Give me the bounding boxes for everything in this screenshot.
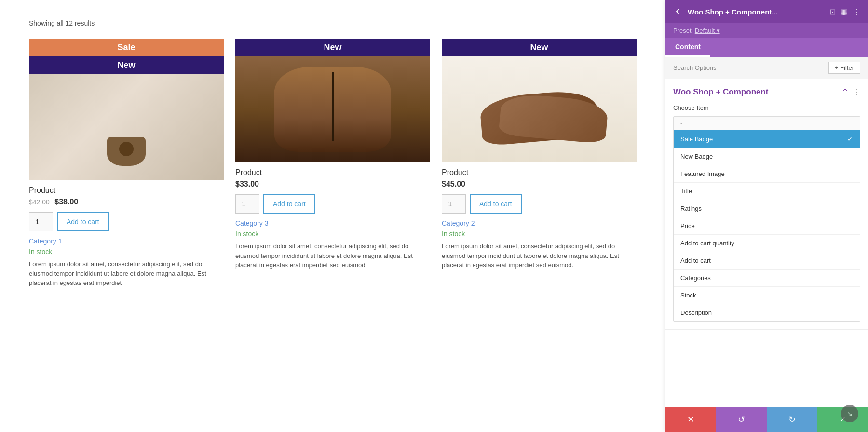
product-description-1: Lorem ipsum dolor sit amet, consectetur … bbox=[29, 259, 224, 288]
product-card-3: New Product $45.00 Add to cart Category … bbox=[442, 39, 637, 288]
badge-container-3: New bbox=[442, 39, 637, 56]
component-name: Woo Shop + Component bbox=[673, 87, 769, 97]
product-image-1 bbox=[29, 74, 224, 180]
main-content: Showing all 12 results Sale New Product … bbox=[0, 0, 665, 432]
dropdown-item-title[interactable]: Title bbox=[674, 183, 860, 200]
panel-header-icons: ⊡ ▦ ⋮ bbox=[829, 7, 860, 16]
add-to-cart-btn-1[interactable]: Add to cart bbox=[57, 212, 109, 231]
new-badge-3: New bbox=[442, 39, 637, 56]
dropdown-item-label-sale-badge: Sale Badge bbox=[680, 135, 713, 143]
qty-input-3[interactable] bbox=[442, 194, 466, 214]
add-to-cart-row-2: Add to cart bbox=[235, 194, 430, 214]
panel-tabs: Content bbox=[665, 38, 868, 57]
panel-header: Woo Shop + Component... ⊡ ▦ ⋮ bbox=[665, 0, 868, 23]
add-to-cart-row-3: Add to cart bbox=[442, 194, 637, 214]
dropdown-item-label-price: Price bbox=[680, 222, 695, 230]
price-current-3: $45.00 bbox=[442, 180, 465, 188]
dropdown-item-categories[interactable]: Categories bbox=[674, 270, 860, 287]
more-icon[interactable]: ⋮ bbox=[853, 7, 860, 16]
price-current-1: $38.00 bbox=[54, 198, 78, 206]
badge-container-2: New bbox=[235, 39, 430, 56]
right-panel: Woo Shop + Component... ⊡ ▦ ⋮ Preset: De… bbox=[665, 0, 868, 432]
sale-badge-1: Sale bbox=[29, 39, 224, 56]
dropdown-list: - Sale Badge ✓ New Badge Featured Image … bbox=[673, 116, 860, 322]
qty-input-2[interactable] bbox=[235, 194, 259, 214]
dropdown-item-label-description: Description bbox=[680, 309, 712, 316]
price-current-2: $33.00 bbox=[235, 180, 259, 188]
collapse-icon[interactable]: ⌃ bbox=[841, 87, 849, 97]
product-description-2: Lorem ipsum dolor sit amet, consectetur … bbox=[235, 242, 430, 270]
panel-scrollable: Woo Shop + Component ⌃ ⋮ Choose Item - S… bbox=[665, 79, 868, 432]
price-container-2: $33.00 bbox=[235, 180, 430, 189]
component-more-icon[interactable]: ⋮ bbox=[853, 88, 860, 97]
stock-status-1: In stock bbox=[29, 248, 224, 256]
component-header: Woo Shop + Component ⌃ ⋮ bbox=[673, 87, 860, 97]
dropdown-item-new-badge[interactable]: New Badge bbox=[674, 148, 860, 165]
back-icon[interactable] bbox=[673, 7, 683, 16]
category-link-3[interactable]: Category 2 bbox=[442, 219, 637, 227]
component-section: Woo Shop + Component ⌃ ⋮ Choose Item - S… bbox=[665, 79, 868, 330]
add-to-cart-btn-3[interactable]: Add to cart bbox=[470, 194, 522, 214]
check-icon-sale-badge: ✓ bbox=[847, 135, 853, 143]
product-card-1: Sale New Product $42.00 $38.00 Add to ca… bbox=[29, 39, 224, 288]
dropdown-item-featured-image[interactable]: Featured Image bbox=[674, 165, 860, 183]
product-image-3 bbox=[442, 56, 637, 162]
badge-container-1: Sale New bbox=[29, 39, 224, 74]
tab-content[interactable]: Content bbox=[665, 38, 710, 57]
add-to-cart-btn-2[interactable]: Add to cart bbox=[263, 194, 315, 214]
product-image-2 bbox=[235, 56, 430, 162]
redo-button[interactable]: ↻ bbox=[767, 407, 817, 432]
dropdown-item-label-featured-image: Featured Image bbox=[680, 170, 725, 177]
price-container-1: $42.00 $38.00 bbox=[29, 198, 224, 206]
price-original-1: $42.00 bbox=[29, 198, 50, 206]
scroll-handle[interactable]: ↘ bbox=[841, 405, 858, 422]
dropdown-separator[interactable]: - bbox=[674, 117, 860, 130]
dropdown-item-label-add-to-cart-quantity: Add to cart quantity bbox=[680, 240, 734, 247]
dropdown-item-add-to-cart-quantity[interactable]: Add to cart quantity bbox=[674, 235, 860, 252]
reset-button[interactable]: ↺ bbox=[716, 407, 767, 432]
add-to-cart-row-1: Add to cart bbox=[29, 212, 224, 231]
stock-status-2: In stock bbox=[235, 230, 430, 238]
dropdown-item-label-add-to-cart: Add to cart bbox=[680, 257, 711, 264]
product-title-3: Product bbox=[442, 168, 637, 177]
dropdown-item-label-stock: Stock bbox=[680, 292, 696, 299]
dropdown-item-label-new-badge: New Badge bbox=[680, 153, 713, 160]
preset-label: Preset: bbox=[673, 27, 695, 34]
qty-input-1[interactable] bbox=[29, 212, 53, 231]
dropdown-item-label-ratings: Ratings bbox=[680, 205, 702, 212]
expand-icon[interactable]: ⊡ bbox=[829, 7, 836, 16]
preset-default-link[interactable]: Default ▾ bbox=[695, 27, 720, 34]
dropdown-item-ratings[interactable]: Ratings bbox=[674, 200, 860, 217]
panel-preset-bar: Preset: Default ▾ bbox=[665, 23, 868, 38]
dropdown-item-add-to-cart[interactable]: Add to cart bbox=[674, 252, 860, 270]
dropdown-item-stock[interactable]: Stock bbox=[674, 287, 860, 304]
dropdown-item-label-categories: Categories bbox=[680, 274, 711, 282]
layout-icon[interactable]: ▦ bbox=[841, 7, 848, 16]
product-description-3: Lorem ipsum dolor sit amet, consectetur … bbox=[442, 242, 637, 270]
search-options-label: Search Options bbox=[673, 64, 717, 71]
new-badge-2: New bbox=[235, 39, 430, 56]
dropdown-item-price[interactable]: Price bbox=[674, 217, 860, 235]
category-link-2[interactable]: Category 3 bbox=[235, 219, 430, 227]
stock-status-3: In stock bbox=[442, 230, 637, 238]
category-link-1[interactable]: Category 1 bbox=[29, 237, 224, 245]
search-options-bar: Search Options + Filter bbox=[665, 57, 868, 79]
product-title-1: Product bbox=[29, 186, 224, 195]
bottom-action-bar: ✕ ↺ ↻ ✓ bbox=[665, 407, 868, 432]
products-grid: Sale New Product $42.00 $38.00 Add to ca… bbox=[29, 39, 637, 288]
filter-button[interactable]: + Filter bbox=[828, 62, 860, 74]
dropdown-item-description[interactable]: Description bbox=[674, 304, 860, 321]
dropdown-item-sale-badge[interactable]: Sale Badge ✓ bbox=[674, 130, 860, 148]
product-title-2: Product bbox=[235, 168, 430, 177]
choose-item-label: Choose Item bbox=[673, 104, 860, 111]
product-card-2: New Product $33.00 Add to cart Category … bbox=[235, 39, 430, 288]
new-badge-1: New bbox=[29, 56, 224, 74]
component-header-icons: ⌃ ⋮ bbox=[841, 87, 860, 97]
panel-title: Woo Shop + Component... bbox=[688, 8, 825, 16]
results-count: Showing all 12 results bbox=[29, 19, 637, 27]
price-container-3: $45.00 bbox=[442, 180, 637, 189]
dropdown-item-label-title: Title bbox=[680, 188, 692, 195]
cancel-button[interactable]: ✕ bbox=[665, 407, 716, 432]
